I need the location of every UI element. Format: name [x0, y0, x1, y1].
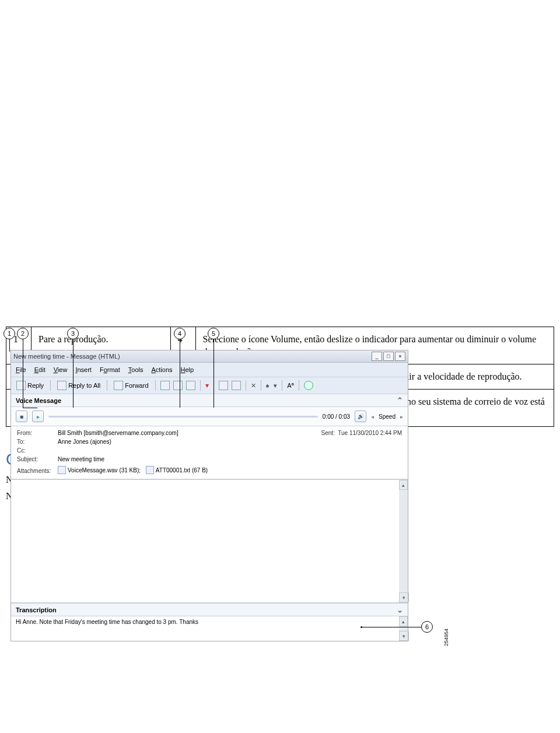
callout-1: 1 — [4, 328, 15, 339]
callout-3: 3 — [67, 328, 79, 339]
figure-number: 254954 — [443, 629, 449, 646]
callout-6: 6 — [421, 621, 433, 633]
callout-2: 2 — [17, 328, 29, 339]
callout-5: 5 — [208, 328, 219, 339]
callout-4: 4 — [174, 328, 186, 339]
callout-overlay: 1 2 3 4 5 6 — [0, 327, 420, 650]
